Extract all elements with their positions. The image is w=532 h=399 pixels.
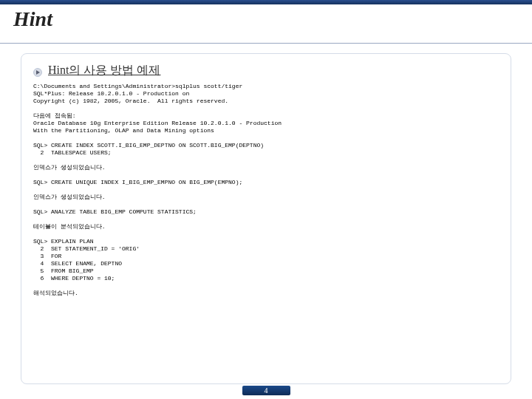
bullet-icon xyxy=(33,66,42,75)
title-divider xyxy=(0,43,532,44)
code-block: C:\Documents and Settings\Administrator>… xyxy=(33,83,499,297)
content-panel: Hint의 사용 방법 예제 C:\Documents and Settings… xyxy=(21,53,511,384)
subtitle-text: Hint의 사용 방법 예제 xyxy=(48,63,160,78)
page-title: Hint xyxy=(13,7,52,31)
subtitle-row: Hint의 사용 방법 예제 xyxy=(33,63,499,78)
page-number: 4 xyxy=(242,386,290,395)
footer: 4 xyxy=(0,383,532,396)
top-accent-bar xyxy=(0,0,532,4)
